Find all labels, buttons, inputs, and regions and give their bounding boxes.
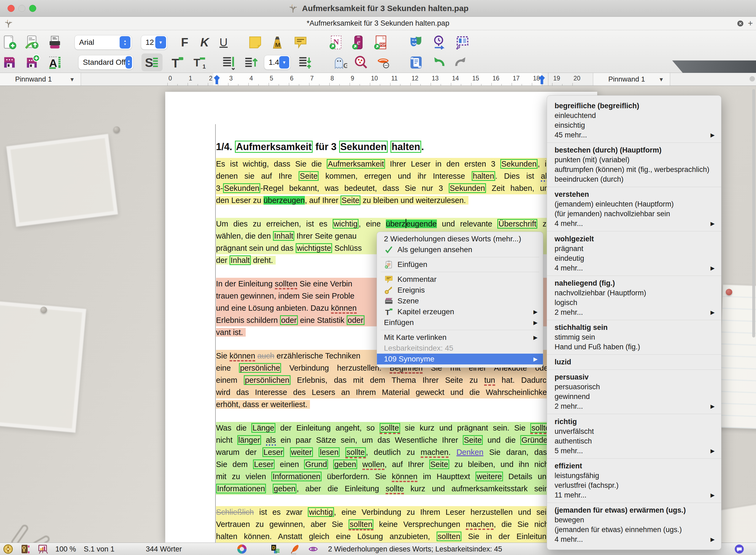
text-line[interactable]: 3-Sekunden-Regel bekannt, was bedeutet, … <box>216 182 551 195</box>
view-selector-right[interactable]: Pinnwand 1 ▾ <box>593 73 670 86</box>
ruler-scroll-button[interactable] <box>750 76 755 82</box>
new-document-button[interactable] <box>2 35 17 50</box>
synonym-group-head[interactable]: (jemanden für etwas) erwärmen (ugs.) <box>547 505 721 515</box>
synonym-item[interactable]: 4 mehr...▶ <box>547 263 721 273</box>
synonym-item[interactable]: prägnant <box>547 244 721 253</box>
synonym-group-head[interactable]: persuasiv <box>547 372 721 382</box>
synonym-group-head[interactable]: verstehen <box>547 189 721 199</box>
word-count[interactable]: 344 Wörter <box>146 543 182 555</box>
eye-button[interactable] <box>308 544 319 554</box>
text-line[interactable]: Informationen geben, aber die Einleitung… <box>216 483 551 495</box>
synonym-item[interactable]: 4 mehr...▶ <box>547 219 721 228</box>
statistics-button[interactable] <box>37 544 48 554</box>
document-tab-title[interactable]: *Aufmerksamkeit für 3 Sekunden halten.pa… <box>307 19 449 28</box>
speech-button[interactable] <box>375 54 391 70</box>
alignment-button[interactable] <box>221 54 237 70</box>
paragraph-6[interactable]: Schließlich ist es zwar wichtig, eine Ve… <box>216 506 551 543</box>
window-close-button[interactable] <box>7 5 14 12</box>
line-spacing-select[interactable]: 1.4▾ <box>264 55 291 70</box>
sticky-note-button[interactable] <box>247 35 263 50</box>
synonym-item[interactable]: bewegen <box>547 515 721 525</box>
text-line[interactable]: Um dies zu erreichen, ist es wichtig, ei… <box>216 218 551 230</box>
synonym-item[interactable]: (jemanden für etwas) einnehmen (ugs.) <box>547 525 721 535</box>
synonym-group-head[interactable]: naheliegend (fig.) <box>547 278 721 288</box>
export-pdf-button[interactable]: PDF <box>373 35 389 50</box>
text-marker-button[interactable]: M <box>269 35 285 50</box>
synonym-item[interactable]: 2 mehr...▶ <box>547 401 721 411</box>
characters-masks-button[interactable] <box>408 35 424 50</box>
text-line[interactable]: Was die Länge der Einleitung angeht, so … <box>216 422 551 434</box>
synonym-group-head[interactable]: luzid <box>547 357 721 367</box>
bold-button[interactable]: F <box>178 36 191 49</box>
synonym-item[interactable]: (für jemanden) nachvollziehbar sein <box>547 209 721 219</box>
synonym-item[interactable]: 5 mehr...▶ <box>547 446 721 456</box>
document-heading[interactable]: 1/4. Aufmerksamkeit für 3 Sekunden halte… <box>216 139 551 155</box>
text-line[interactable]: Schließlich ist es zwar wichtig, eine Ve… <box>216 506 551 518</box>
chapter-title-button[interactable]: T <box>170 54 185 70</box>
print-button[interactable] <box>47 35 62 50</box>
synonym-item[interactable]: stimmig sein <box>547 332 721 342</box>
text-style-button[interactable]: S <box>141 53 163 71</box>
tab-add-button[interactable]: + <box>746 18 754 28</box>
undo-button[interactable] <box>431 54 447 70</box>
color-wheel-button[interactable] <box>237 544 247 554</box>
text-analysis-button[interactable] <box>353 54 369 70</box>
synonym-group-head[interactable]: begreifliche (begreiflich) <box>547 101 721 111</box>
heading-1-button[interactable]: T1 <box>192 54 207 70</box>
text-line[interactable]: wird das Interesse des Lesers an Ihrem M… <box>216 386 551 398</box>
chat-circle-button[interactable] <box>734 544 745 554</box>
synonym-item[interactable]: authentisch <box>547 436 721 446</box>
text-line[interactable]: halten können. Anstatt gleich eine Lösun… <box>216 530 551 543</box>
text-line[interactable]: mit zu vielen Informationen überfordern.… <box>216 471 551 483</box>
menu-item-einfügen[interactable]: Einfügen <box>377 259 543 270</box>
vertical-scrollbar[interactable] <box>752 89 755 337</box>
text-line[interactable]: warum der Leser weiter lesen sollte, deu… <box>216 446 551 458</box>
stepper-control-icon[interactable]: ▴▾ <box>120 36 130 49</box>
synonym-group-head[interactable]: effizient <box>547 461 721 471</box>
text-line[interactable]: Vertrauen zu gewinnen, aber Sie sollten … <box>216 518 551 530</box>
tab-close-icon[interactable] <box>737 20 744 27</box>
font-size-select[interactable]: 12▾ <box>141 35 167 50</box>
synonym-item[interactable]: (jemandem) einleuchten (Hauptform) <box>547 199 721 209</box>
synonym-item[interactable]: unverfälscht <box>547 427 721 436</box>
synonym-group-head[interactable]: bestechen (durch) (Hauptform) <box>547 145 721 155</box>
stepper-control-icon[interactable]: ▴▾ <box>126 56 132 69</box>
italic-button[interactable]: K <box>198 36 211 49</box>
synonym-item[interactable]: einsichtig <box>547 120 721 130</box>
menu-item-ereignis[interactable]: Ereignis <box>377 285 543 296</box>
quill-button[interactable] <box>289 544 300 554</box>
export-normpage-button[interactable]: N <box>328 35 344 50</box>
underline-button[interactable]: U <box>217 36 230 49</box>
menu-item-als-gelungen-ansehen[interactable]: Als gelungen ansehen <box>377 244 543 255</box>
ghostwriter-button[interactable]: G <box>332 54 347 70</box>
paragraph-5[interactable]: Was die Länge der Einleitung angeht, so … <box>216 422 551 495</box>
synonym-item[interactable]: eindeutig <box>547 253 721 263</box>
synonym-item[interactable]: 4 mehr...▶ <box>547 535 721 544</box>
synonym-group-head[interactable]: stichhaltig sein <box>547 323 721 332</box>
menu-item-2-wiederholungen-dieses-worts-[interactable]: 2 Wiederholungen dieses Worts (mehr...) <box>377 233 543 244</box>
window-minimize-button[interactable] <box>18 5 26 12</box>
save-as-button[interactable] <box>24 54 40 70</box>
menu-item-einfügen[interactable]: Einfügen▶ <box>377 317 543 328</box>
synonym-item[interactable]: logisch <box>547 298 721 307</box>
text-line[interactable]: denen sie auf Ihre Seite kommen, erregen… <box>216 170 551 182</box>
synonym-item[interactable]: Hand und Fuß haben (fig.) <box>547 342 721 352</box>
text-line[interactable]: einem persönlichen Erlebnis, das mit dem… <box>216 374 551 386</box>
line-spacing-up-button[interactable] <box>243 54 259 70</box>
synonym-item[interactable]: verlustfrei (fachspr.) <box>547 480 721 490</box>
character-style-button[interactable]: A <box>47 54 62 70</box>
synonym-item[interactable]: 11 mehr...▶ <box>547 490 721 500</box>
menu-item-szene[interactable]: Szene <box>377 296 543 306</box>
window-zoom-button[interactable] <box>29 5 36 12</box>
database-key-button[interactable] <box>20 544 31 554</box>
view-selector-left[interactable]: Pinnwand 1 ▾ <box>0 73 81 86</box>
text-line[interactable]: Es ist wichtig, dass Sie die Aufmerksamk… <box>216 158 551 170</box>
synonym-item[interactable]: persuasorisch <box>547 382 721 392</box>
text-line[interactable]: den Leser zu überzeugen, auf Ihrer Seite… <box>216 195 551 207</box>
text-line[interactable]: nicht länger als ein paar Sätze sein, um… <box>216 434 551 446</box>
synonym-item[interactable]: 2 mehr...▶ <box>547 307 721 317</box>
synonym-item[interactable]: punkten (mit) (variabel) <box>547 155 721 165</box>
duden-button[interactable]: D <box>270 544 281 554</box>
synonym-group-head[interactable]: richtig <box>547 417 721 427</box>
clipboard-cloud-button[interactable] <box>408 54 424 70</box>
